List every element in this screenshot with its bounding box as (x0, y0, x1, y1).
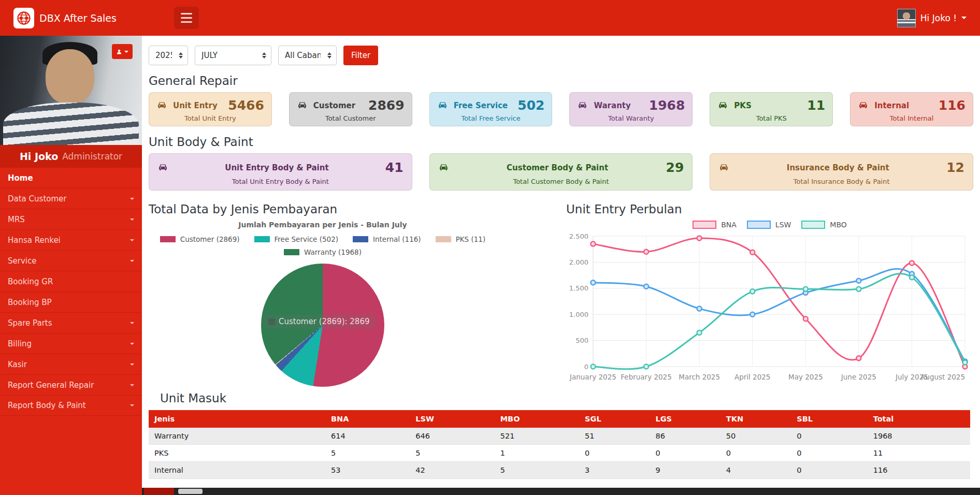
stat-card-row: Customer2869 (297, 98, 405, 113)
data-point-mbo (910, 275, 914, 280)
table-header-cell[interactable]: TKN (720, 410, 791, 428)
y-tick-label: 1.500 (569, 284, 588, 292)
sidebar-item-spare-parts[interactable]: Spare Parts (0, 312, 142, 333)
table-row[interactable]: Warranty61464652151865001968 (149, 428, 970, 445)
sidebar-item-billing[interactable]: Billing (0, 333, 142, 354)
car-icon (437, 100, 448, 111)
legend-swatch-icon (254, 236, 270, 242)
line-chart[interactable]: 2.5002.0001.5001.0005000January 2025Febr… (566, 229, 972, 385)
stat-card-label: Insurance Body & Paint (735, 163, 941, 172)
horizontal-scrollbar[interactable] (142, 488, 980, 495)
scrollbar-thumb[interactable] (178, 489, 203, 494)
table-header-cell[interactable]: MBO (495, 410, 579, 428)
table-header-cell[interactable]: Total (868, 410, 970, 428)
stat-card-unit-entry-body-paint[interactable]: Unit Entry Body & Paint41Total Unit Entr… (149, 153, 412, 191)
data-point-bna (750, 250, 755, 255)
stat-card-free-service[interactable]: Free Service502Total Free Service (429, 92, 553, 126)
table-cell: Internal (149, 462, 325, 479)
x-tick-label: March 2025 (679, 373, 720, 381)
year-select[interactable]: 2025 (149, 46, 188, 65)
legend-item[interactable]: Warranty (1968) (284, 248, 362, 256)
month-select[interactable]: JULY (195, 46, 271, 65)
branch-select[interactable]: All Cabang (278, 46, 337, 65)
chevron-down-icon (130, 260, 134, 262)
app-title: DBX After Sales (39, 12, 117, 24)
table-row[interactable]: PKS551000011 (149, 445, 970, 462)
data-point-mbo (803, 287, 808, 292)
sidebar-item-booking-bp[interactable]: Booking BP (0, 292, 142, 312)
sidebar-item-mrs[interactable]: MRS (0, 209, 142, 229)
user-menu[interactable]: Hi Joko ! (897, 9, 967, 27)
line-legend-item-bna[interactable]: BNA (693, 221, 737, 229)
x-tick-label: June 2025 (841, 373, 876, 381)
stat-card-insurance-body-paint[interactable]: Insurance Body & Paint12Total Insurance … (710, 153, 973, 191)
table-header-cell[interactable]: LGS (650, 410, 720, 428)
table-header-cell[interactable]: Jenis (149, 410, 325, 428)
table-header-cell[interactable]: BNA (325, 410, 410, 428)
table-header-cell[interactable]: LSW (410, 410, 494, 428)
user-greeting: Hi Joko ! (920, 13, 957, 23)
table-header-cell[interactable]: SBL (791, 410, 867, 428)
table-cell: 50 (720, 428, 791, 445)
sidebar-item-data-customer[interactable]: Data Customer (0, 188, 142, 209)
car-icon (157, 162, 168, 173)
line-legend: BNALSWMBO (566, 221, 973, 229)
brand[interactable]: DBX After Sales (0, 8, 117, 28)
stat-card-subtitle: Total Waranty (577, 114, 685, 122)
legend-swatch-icon (436, 236, 451, 242)
unit-masuk-section: Unit Masuk JenisBNALSWMBOSGLLGSTKNSBLTot… (149, 391, 973, 479)
y-tick-label: 500 (575, 337, 588, 344)
table-cell: 646 (410, 428, 494, 445)
sidebar-item-home[interactable]: Home (0, 167, 142, 188)
sidebar-item-label: Kasir (8, 360, 27, 369)
sidebar-user-strip: Hi Joko Administrator (0, 145, 142, 167)
sidebar-item-service[interactable]: Service (0, 250, 142, 271)
legend-item[interactable]: Free Service (502) (254, 235, 338, 243)
stat-card-internal[interactable]: Internal116Total Internal (850, 92, 973, 126)
legend-swatch-icon (284, 249, 299, 255)
data-point-lsw (644, 284, 648, 289)
x-tick-label: February 2025 (621, 373, 671, 381)
profile-actions-button[interactable] (112, 44, 133, 59)
stat-card-unit-entry[interactable]: Unit Entry5466Total Unit Entry (149, 92, 272, 126)
car-icon (156, 100, 167, 111)
data-point-lsw (591, 280, 596, 285)
stat-card-row: Internal116 (858, 98, 965, 113)
profile-photo (0, 36, 142, 145)
sidebar: Hi Joko Administrator HomeData CustomerM… (0, 36, 142, 495)
sidebar-item-report-general-repair[interactable]: Report General Repair (0, 374, 142, 395)
data-point-bna (856, 356, 861, 360)
table-row[interactable]: Internal534253940116 (149, 462, 970, 479)
legend-item[interactable]: Internal (116) (353, 235, 421, 243)
pie-legend-row: Customer (2869)Free Service (502)Interna… (149, 235, 497, 243)
stat-card-row: Insurance Body & Paint12 (718, 160, 964, 175)
stat-card-subtitle: Total Customer Body & Paint (438, 178, 684, 185)
filter-button[interactable]: Filter (343, 46, 378, 65)
line-legend-item-lsw[interactable]: LSW (747, 221, 791, 229)
table-cell: 3 (579, 462, 650, 479)
data-point-mbo (963, 360, 968, 365)
tooltip-text: Customer (2869): 2869 (279, 317, 370, 326)
stat-card-value: 2869 (368, 98, 405, 113)
stat-card-customer-body-paint[interactable]: Customer Body & Paint29Total Customer Bo… (429, 153, 693, 191)
legend-item[interactable]: PKS (11) (436, 235, 486, 243)
charts-row: Total Data by Jenis Pembayaran Jumlah Pe… (149, 194, 973, 387)
pie-chart[interactable]: Customer (2869): 2869 (261, 264, 384, 387)
sidebar-item-report-body-paint[interactable]: Report Body & Paint (0, 395, 142, 416)
sidebar-item-booking-gr[interactable]: Booking GR (0, 271, 142, 292)
pie-legend: Customer (2869)Free Service (502)Interna… (149, 235, 497, 256)
sidebar-toggle-button[interactable] (174, 7, 199, 29)
stat-card-customer[interactable]: Customer2869Total Customer (289, 92, 412, 126)
legend-swatch-icon (693, 221, 716, 229)
sidebar-item-hansa-renkei[interactable]: Hansa Renkei (0, 229, 142, 250)
table-cell: 51 (579, 428, 650, 445)
stat-card-value: 502 (517, 98, 544, 113)
legend-item[interactable]: Customer (2869) (160, 235, 240, 243)
sidebar-item-kasir[interactable]: Kasir (0, 354, 142, 374)
stat-card-waranty[interactable]: Waranty1968Total Waranty (569, 92, 693, 126)
body-paint-title: Unit Body & Paint (149, 135, 973, 149)
stat-card-label: Customer Body & Paint (455, 163, 660, 172)
stat-card-pks[interactable]: PKS11Total PKS (710, 92, 833, 126)
table-header-cell[interactable]: SGL (579, 410, 650, 428)
line-legend-item-mbo[interactable]: MBO (801, 221, 846, 229)
